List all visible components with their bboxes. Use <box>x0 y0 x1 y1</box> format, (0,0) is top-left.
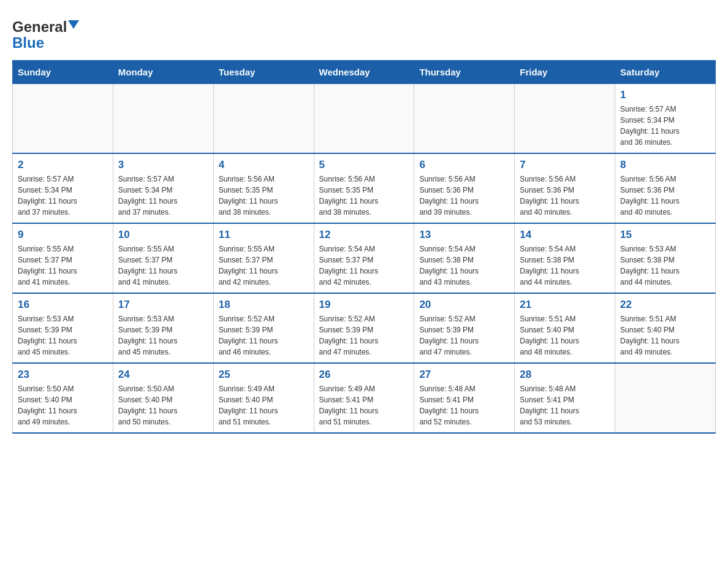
calendar-cell: 27Sunrise: 5:48 AM Sunset: 5:41 PM Dayli… <box>414 363 515 433</box>
day-info: Sunrise: 5:52 AM Sunset: 5:39 PM Dayligh… <box>419 313 509 358</box>
day-number: 19 <box>319 299 409 311</box>
calendar-cell <box>615 363 716 433</box>
weekday-header-tuesday: Tuesday <box>213 61 314 84</box>
day-info: Sunrise: 5:57 AM Sunset: 5:34 PM Dayligh… <box>18 174 108 218</box>
day-number: 24 <box>118 369 208 381</box>
day-number: 5 <box>319 159 409 171</box>
calendar-header: SundayMondayTuesdayWednesdayThursdayFrid… <box>13 61 716 84</box>
day-info: Sunrise: 5:55 AM Sunset: 5:37 PM Dayligh… <box>118 243 208 288</box>
logo-arrow-icon <box>68 20 79 34</box>
calendar-cell <box>213 84 314 154</box>
calendar-cell: 15Sunrise: 5:53 AM Sunset: 5:38 PM Dayli… <box>615 223 716 293</box>
svg-marker-0 <box>68 20 79 29</box>
day-number: 14 <box>520 229 610 241</box>
calendar-week-row: 16Sunrise: 5:53 AM Sunset: 5:39 PM Dayli… <box>13 293 716 363</box>
logo-blue: Blue <box>12 36 44 50</box>
calendar-cell: 11Sunrise: 5:55 AM Sunset: 5:37 PM Dayli… <box>213 223 314 293</box>
day-info: Sunrise: 5:54 AM Sunset: 5:38 PM Dayligh… <box>419 243 509 288</box>
day-number: 6 <box>419 159 509 171</box>
day-info: Sunrise: 5:51 AM Sunset: 5:40 PM Dayligh… <box>520 313 610 358</box>
calendar-cell: 2Sunrise: 5:57 AM Sunset: 5:34 PM Daylig… <box>13 153 113 223</box>
day-number: 27 <box>419 369 509 381</box>
calendar-cell: 1Sunrise: 5:57 AM Sunset: 5:34 PM Daylig… <box>615 84 716 154</box>
day-number: 2 <box>18 159 108 171</box>
day-number: 3 <box>118 159 208 171</box>
calendar-cell: 13Sunrise: 5:54 AM Sunset: 5:38 PM Dayli… <box>414 223 515 293</box>
calendar-cell: 9Sunrise: 5:55 AM Sunset: 5:37 PM Daylig… <box>13 223 113 293</box>
day-info: Sunrise: 5:52 AM Sunset: 5:39 PM Dayligh… <box>319 313 409 358</box>
calendar-cell: 20Sunrise: 5:52 AM Sunset: 5:39 PM Dayli… <box>414 293 515 363</box>
weekday-header-thursday: Thursday <box>414 61 515 84</box>
day-number: 1 <box>620 89 710 101</box>
calendar-cell: 23Sunrise: 5:50 AM Sunset: 5:40 PM Dayli… <box>13 363 113 433</box>
day-number: 4 <box>219 159 309 171</box>
day-info: Sunrise: 5:57 AM Sunset: 5:34 PM Dayligh… <box>118 174 208 218</box>
day-info: Sunrise: 5:53 AM Sunset: 5:38 PM Dayligh… <box>620 243 710 288</box>
day-number: 26 <box>319 369 409 381</box>
day-info: Sunrise: 5:50 AM Sunset: 5:40 PM Dayligh… <box>18 383 108 427</box>
day-number: 10 <box>118 229 208 241</box>
day-info: Sunrise: 5:53 AM Sunset: 5:39 PM Dayligh… <box>118 313 208 358</box>
weekday-header-row: SundayMondayTuesdayWednesdayThursdayFrid… <box>13 61 716 84</box>
weekday-header-monday: Monday <box>113 61 213 84</box>
calendar-cell: 8Sunrise: 5:56 AM Sunset: 5:36 PM Daylig… <box>615 153 716 223</box>
calendar-cell: 28Sunrise: 5:48 AM Sunset: 5:41 PM Dayli… <box>515 363 615 433</box>
calendar-cell: 18Sunrise: 5:52 AM Sunset: 5:39 PM Dayli… <box>213 293 314 363</box>
day-info: Sunrise: 5:48 AM Sunset: 5:41 PM Dayligh… <box>520 383 610 427</box>
weekday-header-wednesday: Wednesday <box>314 61 414 84</box>
calendar-cell: 24Sunrise: 5:50 AM Sunset: 5:40 PM Dayli… <box>113 363 213 433</box>
day-info: Sunrise: 5:56 AM Sunset: 5:36 PM Dayligh… <box>419 174 509 218</box>
day-number: 15 <box>620 229 710 241</box>
calendar-table: SundayMondayTuesdayWednesdayThursdayFrid… <box>12 60 716 434</box>
day-info: Sunrise: 5:55 AM Sunset: 5:37 PM Dayligh… <box>18 243 108 288</box>
day-number: 13 <box>419 229 509 241</box>
day-number: 18 <box>219 299 309 311</box>
day-info: Sunrise: 5:49 AM Sunset: 5:40 PM Dayligh… <box>219 383 309 427</box>
calendar-cell: 10Sunrise: 5:55 AM Sunset: 5:37 PM Dayli… <box>113 223 213 293</box>
day-info: Sunrise: 5:56 AM Sunset: 5:35 PM Dayligh… <box>319 174 409 218</box>
day-number: 23 <box>18 369 108 381</box>
logo: General Blue <box>12 12 79 50</box>
calendar-body: 1Sunrise: 5:57 AM Sunset: 5:34 PM Daylig… <box>13 84 716 434</box>
day-info: Sunrise: 5:52 AM Sunset: 5:39 PM Dayligh… <box>219 313 309 358</box>
weekday-header-saturday: Saturday <box>615 61 716 84</box>
weekday-header-friday: Friday <box>515 61 615 84</box>
calendar-cell <box>13 84 113 154</box>
calendar-cell: 22Sunrise: 5:51 AM Sunset: 5:40 PM Dayli… <box>615 293 716 363</box>
day-number: 7 <box>520 159 610 171</box>
day-number: 25 <box>219 369 309 381</box>
day-info: Sunrise: 5:48 AM Sunset: 5:41 PM Dayligh… <box>419 383 509 427</box>
page-header: General Blue <box>12 12 716 50</box>
weekday-header-sunday: Sunday <box>13 61 113 84</box>
day-info: Sunrise: 5:51 AM Sunset: 5:40 PM Dayligh… <box>620 313 710 358</box>
day-info: Sunrise: 5:54 AM Sunset: 5:38 PM Dayligh… <box>520 243 610 288</box>
day-number: 22 <box>620 299 710 311</box>
day-number: 21 <box>520 299 610 311</box>
day-info: Sunrise: 5:54 AM Sunset: 5:37 PM Dayligh… <box>319 243 409 288</box>
day-number: 9 <box>18 229 108 241</box>
day-info: Sunrise: 5:57 AM Sunset: 5:34 PM Dayligh… <box>620 104 710 148</box>
calendar-cell: 3Sunrise: 5:57 AM Sunset: 5:34 PM Daylig… <box>113 153 213 223</box>
calendar-cell: 4Sunrise: 5:56 AM Sunset: 5:35 PM Daylig… <box>213 153 314 223</box>
calendar-cell: 6Sunrise: 5:56 AM Sunset: 5:36 PM Daylig… <box>414 153 515 223</box>
calendar-week-row: 2Sunrise: 5:57 AM Sunset: 5:34 PM Daylig… <box>13 153 716 223</box>
calendar-cell <box>414 84 515 154</box>
day-info: Sunrise: 5:56 AM Sunset: 5:36 PM Dayligh… <box>520 174 610 218</box>
calendar-week-row: 1Sunrise: 5:57 AM Sunset: 5:34 PM Daylig… <box>13 84 716 154</box>
calendar-cell: 25Sunrise: 5:49 AM Sunset: 5:40 PM Dayli… <box>213 363 314 433</box>
day-info: Sunrise: 5:49 AM Sunset: 5:41 PM Dayligh… <box>319 383 409 427</box>
day-number: 20 <box>419 299 509 311</box>
calendar-cell <box>113 84 213 154</box>
logo-general: General <box>12 18 67 36</box>
day-info: Sunrise: 5:56 AM Sunset: 5:36 PM Dayligh… <box>620 174 710 218</box>
calendar-cell <box>314 84 414 154</box>
calendar-cell: 26Sunrise: 5:49 AM Sunset: 5:41 PM Dayli… <box>314 363 414 433</box>
calendar-cell: 14Sunrise: 5:54 AM Sunset: 5:38 PM Dayli… <box>515 223 615 293</box>
calendar-cell: 7Sunrise: 5:56 AM Sunset: 5:36 PM Daylig… <box>515 153 615 223</box>
day-info: Sunrise: 5:50 AM Sunset: 5:40 PM Dayligh… <box>118 383 208 427</box>
calendar-cell: 12Sunrise: 5:54 AM Sunset: 5:37 PM Dayli… <box>314 223 414 293</box>
calendar-cell: 21Sunrise: 5:51 AM Sunset: 5:40 PM Dayli… <box>515 293 615 363</box>
day-number: 11 <box>219 229 309 241</box>
calendar-week-row: 23Sunrise: 5:50 AM Sunset: 5:40 PM Dayli… <box>13 363 716 433</box>
day-number: 28 <box>520 369 610 381</box>
